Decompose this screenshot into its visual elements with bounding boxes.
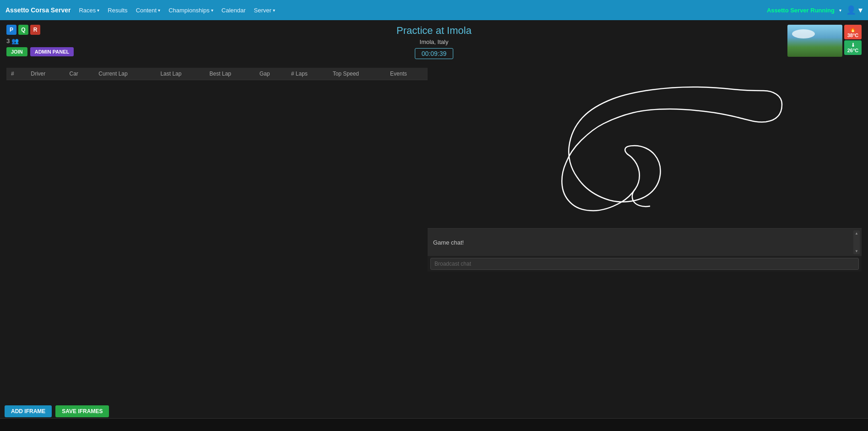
- nav-item-championships[interactable]: Championships ▾: [168, 7, 213, 14]
- col-gap: Gap: [255, 68, 287, 80]
- fire-icon: 🔥: [850, 27, 856, 33]
- chat-area: Game chat! ▲ ▼: [428, 228, 862, 272]
- bottom-bar: ADD IFRAME SAVE IFRAMES: [5, 405, 109, 417]
- nav-item-races[interactable]: Races ▾: [79, 7, 99, 14]
- col-car: Car: [65, 68, 94, 80]
- col-top-speed: Top Speed: [328, 68, 385, 80]
- road-temp-badge: 🌡 26°C: [844, 40, 862, 55]
- join-button[interactable]: JOIN: [6, 47, 27, 56]
- add-iframe-button[interactable]: ADD IFRAME: [5, 405, 52, 417]
- weather-panel: 🔥 38°C 🌡 26°C: [787, 25, 862, 57]
- badge-q: Q: [18, 25, 28, 35]
- right-content: Game chat! ▲ ▼: [428, 63, 862, 272]
- session-table: # Driver Car Current Lap Last Lap Best L…: [6, 68, 428, 80]
- col-events: Events: [385, 68, 428, 80]
- air-temp-badge: 🔥 38°C: [844, 25, 862, 39]
- col-current-lap: Current Lap: [94, 68, 156, 80]
- user-menu[interactable]: 👤 ▾: [846, 5, 863, 15]
- col-laps: # Laps: [287, 68, 328, 80]
- road-icon: 🌡: [851, 42, 856, 48]
- footer: [0, 418, 868, 431]
- races-dropdown-arrow: ▾: [97, 8, 99, 13]
- col-driver: Driver: [26, 68, 65, 80]
- server-status-arrow: ▾: [839, 8, 841, 13]
- nav-item-results[interactable]: Results: [108, 7, 127, 14]
- road-temp-value: 26°C: [847, 48, 859, 53]
- table-header-row: # Driver Car Current Lap Last Lap Best L…: [6, 68, 428, 80]
- chat-input-row: [428, 256, 862, 272]
- scroll-down-arrow[interactable]: ▼: [854, 249, 859, 253]
- weather-temps: 🔥 38°C 🌡 26°C: [844, 25, 862, 57]
- left-panel: P Q R 3 👥 JOIN ADMIN PANEL: [6, 25, 89, 56]
- chat-messages: Game chat! ▲ ▼: [428, 229, 862, 256]
- main-area: P Q R 3 👥 JOIN ADMIN PANEL Practice at I…: [0, 20, 868, 276]
- scroll-up-arrow[interactable]: ▲: [854, 231, 859, 235]
- col-best-lap: Best Lap: [205, 68, 255, 80]
- nav-item-content[interactable]: Content ▾: [136, 7, 161, 14]
- session-timer: 00:09:39: [415, 48, 454, 59]
- badge-p: P: [6, 25, 16, 35]
- top-row: P Q R 3 👥 JOIN ADMIN PANEL Practice at I…: [6, 25, 862, 57]
- badge-r: R: [30, 25, 40, 35]
- championships-dropdown-arrow: ▾: [211, 8, 213, 13]
- content-dropdown-arrow: ▾: [158, 8, 160, 13]
- content-row: # Driver Car Current Lap Last Lap Best L…: [6, 63, 862, 272]
- people-icon: 👥: [11, 38, 19, 44]
- weather-image: [787, 25, 842, 57]
- save-iframes-button[interactable]: SAVE IFRAMES: [55, 405, 109, 417]
- table-area: # Driver Car Current Lap Last Lap Best L…: [6, 63, 428, 272]
- server-dropdown-arrow: ▾: [273, 8, 275, 13]
- session-title: Practice at Imola: [396, 25, 472, 37]
- nav-right: Assetto Server Running ▾ 👤 ▾: [767, 5, 863, 15]
- air-temp-value: 38°C: [847, 33, 859, 38]
- player-badges: P Q R: [6, 25, 89, 35]
- center-panel: Practice at Imola Imola, Italy 00:09:39: [396, 25, 472, 59]
- chat-scrollbar[interactable]: ▲ ▼: [853, 230, 860, 254]
- track-path: [562, 87, 782, 211]
- chat-message-text: Game chat!: [433, 239, 464, 246]
- server-status: Assetto Server Running: [767, 7, 835, 14]
- nav-item-calendar[interactable]: Calendar: [222, 7, 246, 14]
- navbar: Assetto Corsa Server Races ▾ Results Con…: [0, 0, 868, 20]
- admin-panel-button[interactable]: ADMIN PANEL: [30, 47, 74, 56]
- col-last-lap: Last Lap: [156, 68, 205, 80]
- action-buttons: JOIN ADMIN PANEL: [6, 47, 89, 56]
- nav-brand: Assetto Corsa Server: [5, 6, 71, 14]
- col-number: #: [6, 68, 26, 80]
- nav-item-server[interactable]: Server ▾: [254, 7, 275, 14]
- session-location: Imola, Italy: [396, 38, 472, 45]
- track-chicane: [632, 189, 650, 207]
- broadcast-chat-input[interactable]: [430, 258, 859, 270]
- track-map: [428, 63, 862, 228]
- player-count: 3 👥: [6, 38, 89, 44]
- track-map-svg: [503, 63, 787, 228]
